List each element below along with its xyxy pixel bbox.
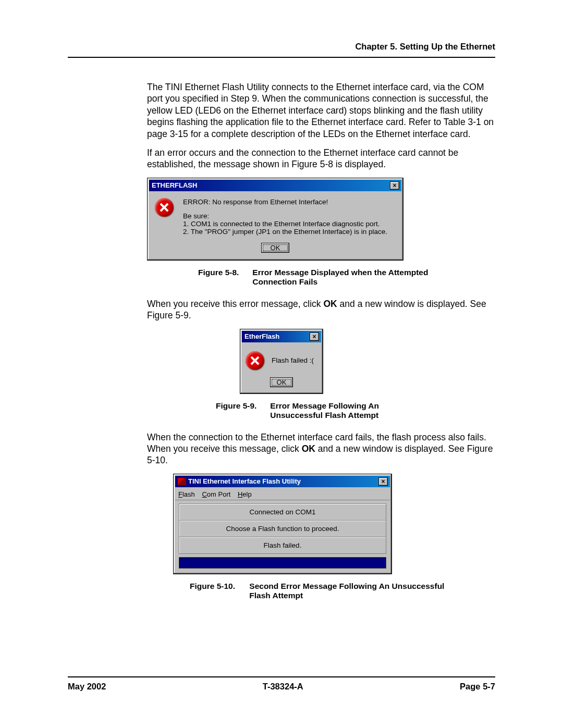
tini-flash-utility-window: TINI Ethernet Interface Flash Utility × … [173,474,392,574]
dialog1-line1: ERROR: No response from Ethernet Interfa… [183,198,396,206]
status-panel: Connected on COM1 Choose a Flash functio… [179,503,386,554]
close-icon[interactable]: × [310,332,319,341]
dialog2-msg: Flash failed :( [272,356,314,364]
footer-date: May 2002 [68,682,106,692]
status-line-2: Choose a Flash function to proceed. [179,521,386,537]
figure-5-8-caption: Figure 5-8. Error Message Displayed when… [198,268,495,287]
dialog1-line2: Be sure: [183,212,396,220]
dialog3-title: TINI Ethernet Interface Flash Utility [188,477,301,485]
etherflash-error-dialog: ETHERFLASH × ERROR: No response from Eth… [147,178,403,261]
figure-5-10-caption: Figure 5-10. Second Error Message Follow… [190,582,495,600]
dialog1-title: ETHERFLASH [152,181,197,189]
dialog3-titlebar: TINI Ethernet Interface Flash Utility × [175,476,390,487]
figure-5-9-caption: Figure 5-9. Error Message Following An U… [216,401,495,420]
menu-help[interactable]: Help [238,490,252,498]
footer-page: Page 5-7 [460,682,495,692]
dialog1-line3: 1. COM1 is connected to the Ethernet Int… [183,220,396,228]
menu-flash[interactable]: Flash [178,490,195,498]
page-header: Chapter 5. Setting Up the Ethernet [68,42,495,52]
ok-button[interactable]: OK [261,243,290,253]
footer-docnum: T-38324-A [263,682,303,692]
progress-bar [179,557,386,569]
error-icon [246,351,264,370]
paragraph-4: When the connection to the Ethernet inte… [147,431,495,466]
status-line-1: Connected on COM1 [179,504,386,521]
close-icon[interactable]: × [390,181,399,190]
etherflash-fail-dialog: EtherFlash × Flash failed :( OK [240,329,323,394]
paragraph-3: When you receive this error message, cli… [147,298,495,322]
header-rule [68,57,495,58]
paragraph-1: The TINI Ethernet Flash Utility connects… [147,81,495,140]
page-footer: May 2002 T-38324-A Page 5-7 [68,676,495,692]
menu-comport[interactable]: Com Port [202,490,230,498]
close-icon[interactable]: × [378,477,388,486]
ok-button[interactable]: OK [270,377,293,387]
dialog2-titlebar: EtherFlash × [242,331,321,342]
menu-bar: Flash Com Port Help [175,489,390,500]
dialog1-titlebar: ETHERFLASH × [149,180,401,191]
app-icon [178,478,186,485]
status-line-3: Flash failed. [179,537,386,553]
error-icon [155,198,174,217]
dialog2-title: EtherFlash [244,332,279,340]
paragraph-2: If an error occurs and the connection to… [147,147,495,170]
dialog1-line4: 2. The "PROG" jumper (JP1 on the Etherne… [183,228,396,236]
